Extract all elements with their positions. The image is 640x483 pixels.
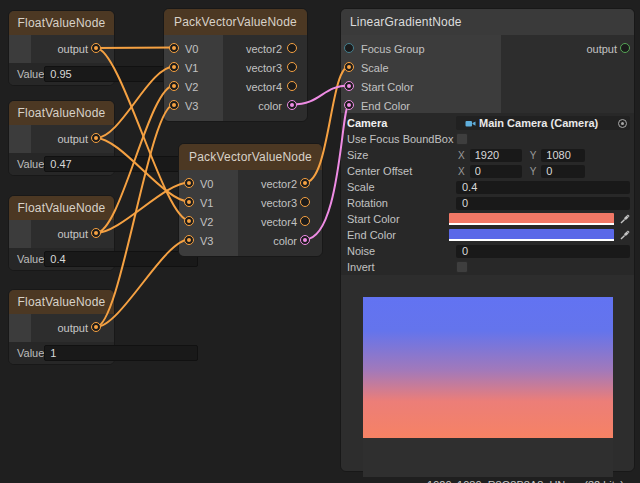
value-label: Value	[9, 158, 44, 170]
packB-v1-port[interactable]	[184, 197, 194, 207]
node-input-panel	[9, 314, 31, 342]
packB-v3-port[interactable]	[184, 235, 194, 245]
packB-vector3-port[interactable]	[300, 197, 310, 207]
packB-vector2-port[interactable]	[300, 178, 310, 188]
output-port-label: output	[57, 43, 88, 55]
output-port-label: vector3	[261, 197, 297, 209]
node-input-panel	[9, 125, 31, 153]
y-axis-label: Y	[530, 166, 537, 177]
output-port-label: output	[57, 133, 88, 145]
packA-vector2-port[interactable]	[287, 43, 297, 53]
start-color-label: Start Color	[347, 213, 449, 225]
packB-vector4-port[interactable]	[300, 216, 310, 226]
eyedropper-icon[interactable]	[620, 230, 630, 240]
size-x-input[interactable]	[470, 149, 522, 162]
alpha-bar	[449, 239, 614, 241]
input-port-label: V3	[200, 235, 213, 247]
linear-gradient-node[interactable]: LinearGradientNode Focus Group Scale Sta…	[340, 8, 635, 472]
value-input[interactable]	[44, 156, 198, 172]
packA-v0-port[interactable]	[169, 43, 179, 53]
center-offset-x-input[interactable]	[470, 165, 522, 178]
scale-input[interactable]	[456, 181, 630, 194]
gradient-focus-group-port[interactable]	[344, 43, 354, 53]
rotation-row: Rotation	[347, 195, 630, 211]
size-y-input[interactable]	[541, 149, 585, 162]
invert-row: Invert	[347, 259, 630, 275]
node-inspector: Camera Main Camera (Camera) Use Focus Bo…	[341, 113, 634, 275]
node-input-panel	[9, 35, 31, 63]
input-port-label: V2	[200, 216, 213, 228]
center-offset-label: Center Offset	[347, 165, 456, 177]
end-color-row: End Color	[347, 227, 630, 243]
x-axis-label: X	[458, 166, 465, 177]
packB-v0-port[interactable]	[184, 178, 194, 188]
value-input[interactable]	[44, 345, 198, 361]
object-picker-icon[interactable]	[618, 119, 627, 128]
gradient-start-color-port[interactable]	[344, 81, 354, 91]
scale-label: Scale	[347, 181, 456, 193]
camera-icon	[465, 119, 476, 128]
rotation-input[interactable]	[456, 197, 630, 210]
size-label: Size	[347, 149, 456, 161]
noise-label: Noise	[347, 245, 456, 257]
camera-label: Camera	[347, 117, 456, 129]
packA-vector4-port[interactable]	[287, 81, 297, 91]
output-port-label: vector4	[246, 81, 282, 93]
node-input-panel: Focus Group Scale Start Color End Color	[341, 35, 501, 113]
packB-v2-port[interactable]	[184, 216, 194, 226]
x-axis-label: X	[458, 150, 465, 161]
node-title[interactable]: LinearGradientNode	[341, 9, 634, 35]
packA-color-port[interactable]	[287, 100, 297, 110]
alpha-bar	[449, 223, 614, 225]
gradient-scale-port[interactable]	[344, 62, 354, 72]
node-editor-canvas[interactable]: FloatValueNode output Value FloatValueNo…	[0, 0, 640, 483]
packA-v3-port[interactable]	[169, 100, 179, 110]
node-title[interactable]: PackVectorValueNode	[164, 9, 307, 35]
node-title[interactable]: PackVectorValueNode	[179, 144, 322, 170]
input-port-label: V1	[200, 197, 213, 209]
node-title[interactable]: FloatValueNode	[9, 101, 114, 125]
float1-output-port[interactable]	[91, 43, 101, 53]
end-color-swatch[interactable]	[449, 229, 614, 241]
noise-input[interactable]	[456, 245, 630, 258]
gradient-preview-image	[363, 297, 613, 438]
value-input[interactable]	[44, 251, 198, 267]
input-port-label: V2	[185, 81, 198, 93]
center-offset-y-input[interactable]	[541, 165, 585, 178]
input-port-label: Start Color	[361, 81, 414, 93]
invert-checkbox[interactable]	[456, 261, 468, 273]
packA-vector3-port[interactable]	[287, 62, 297, 72]
float4-output-port[interactable]	[91, 322, 101, 332]
node-title[interactable]: FloatValueNode	[9, 196, 114, 220]
noise-row: Noise	[347, 243, 630, 259]
input-port-label: Scale	[361, 62, 389, 74]
output-port-label: output	[586, 43, 617, 55]
value-label: Value	[9, 253, 44, 265]
start-color-swatch[interactable]	[449, 213, 614, 225]
float2-output-port[interactable]	[91, 133, 101, 143]
output-port-label: output	[57, 322, 88, 334]
node-title[interactable]: FloatValueNode	[9, 290, 114, 314]
size-row: Size X Y	[347, 147, 630, 163]
float3-output-port[interactable]	[91, 228, 101, 238]
input-port-label: End Color	[361, 100, 410, 112]
packA-v2-port[interactable]	[169, 81, 179, 91]
packB-color-port[interactable]	[300, 235, 310, 245]
value-label: Value	[9, 68, 44, 80]
input-port-label: V0	[200, 178, 213, 190]
node-input-panel	[9, 220, 31, 248]
node-title[interactable]: FloatValueNode	[9, 11, 114, 35]
rotation-label: Rotation	[347, 197, 456, 209]
packA-v1-port[interactable]	[169, 62, 179, 72]
value-label: Value	[9, 347, 44, 359]
use-focus-boundbox-checkbox[interactable]	[456, 133, 468, 145]
end-color-label: End Color	[347, 229, 449, 241]
gradient-end-color-port[interactable]	[344, 100, 354, 110]
eyedropper-icon[interactable]	[620, 214, 630, 224]
gradient-output-port[interactable]	[620, 43, 630, 53]
camera-row: Camera Main Camera (Camera)	[347, 115, 630, 131]
center-offset-row: Center Offset X Y	[347, 163, 630, 179]
use-focus-boundbox-label: Use Focus BoundBox	[347, 133, 456, 145]
output-port-label: color	[273, 235, 297, 247]
camera-object-field[interactable]: Main Camera (Camera)	[456, 116, 630, 130]
